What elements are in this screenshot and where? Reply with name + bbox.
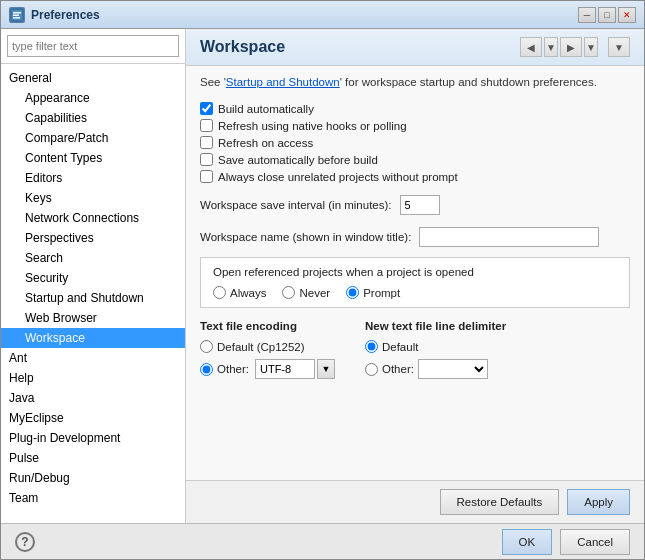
tree-item-compare-patch[interactable]: Compare/Patch — [1, 128, 185, 148]
startup-shutdown-link[interactable]: Startup and Shutdown — [226, 76, 340, 88]
tree-item-general[interactable]: General — [1, 68, 185, 88]
cancel-button[interactable]: Cancel — [560, 529, 630, 555]
checkbox-save-build: Save automatically before build — [200, 153, 630, 166]
tree-item-plugin-development[interactable]: Plug-in Development — [1, 428, 185, 448]
preferences-window: Preferences ─ □ ✕ General Appearance C — [0, 0, 645, 560]
tree-label-search: Search — [1, 249, 185, 267]
default-encoding-radio[interactable] — [200, 340, 213, 353]
prompt-option[interactable]: Prompt — [346, 286, 400, 299]
build-auto-checkbox[interactable] — [200, 102, 213, 115]
other-delimiter-option[interactable]: Other: — [365, 363, 414, 376]
save-interval-row: Workspace save interval (in minutes): — [200, 195, 630, 215]
svg-rect-3 — [13, 17, 20, 19]
tree-item-web-browser[interactable]: Web Browser — [1, 308, 185, 328]
refresh-access-label: Refresh on access — [218, 137, 313, 149]
tree-label-perspectives: Perspectives — [1, 229, 185, 247]
refresh-native-checkbox[interactable] — [200, 119, 213, 132]
tree-item-workspace[interactable]: Workspace — [1, 328, 185, 348]
line-delimiter-title: New text file line delimiter — [365, 320, 506, 332]
tree-item-appearance[interactable]: Appearance — [1, 88, 185, 108]
filter-input[interactable] — [7, 35, 179, 57]
default-encoding-option[interactable]: Default (Cp1252) — [200, 340, 335, 353]
svg-rect-1 — [13, 12, 21, 14]
tree-label-workspace: Workspace — [1, 329, 185, 347]
footer-ok-cancel: OK Cancel — [502, 529, 630, 555]
tree-area: General Appearance Capabilities Compare/… — [1, 64, 185, 523]
tree-label-ant: Ant — [1, 349, 185, 367]
encoding-dropdown-button[interactable]: ▼ — [317, 359, 335, 379]
encoding-value-input[interactable] — [255, 359, 315, 379]
window-title: Preferences — [31, 8, 578, 22]
tree-label-keys: Keys — [1, 189, 185, 207]
titlebar: Preferences ─ □ ✕ — [1, 1, 644, 29]
tree-item-pulse[interactable]: Pulse — [1, 448, 185, 468]
maximize-button[interactable]: □ — [598, 7, 616, 23]
tree-item-help[interactable]: Help — [1, 368, 185, 388]
tree-item-startup-shutdown[interactable]: Startup and Shutdown — [1, 288, 185, 308]
tree-item-java[interactable]: Java — [1, 388, 185, 408]
back-dropdown-button[interactable]: ▼ — [544, 37, 558, 57]
save-interval-input[interactable] — [400, 195, 440, 215]
default-delimiter-radio[interactable] — [365, 340, 378, 353]
bottom-buttons-row: Restore Defaults Apply — [186, 480, 644, 523]
tree-item-network-connections[interactable]: Network Connections — [1, 208, 185, 228]
ok-button[interactable]: OK — [502, 529, 553, 555]
apply-button[interactable]: Apply — [567, 489, 630, 515]
tree-label-capabilities: Capabilities — [1, 109, 185, 127]
other-delimiter-radio[interactable] — [365, 363, 378, 376]
tree-item-ant[interactable]: Ant — [1, 348, 185, 368]
prompt-radio[interactable] — [346, 286, 359, 299]
close-unrelated-checkbox[interactable] — [200, 170, 213, 183]
minimize-button[interactable]: ─ — [578, 7, 596, 23]
delimiter-select[interactable] — [418, 359, 488, 379]
tree-label-pulse: Pulse — [1, 449, 185, 467]
tree-label-plugin-development: Plug-in Development — [1, 429, 185, 447]
help-button[interactable]: ? — [15, 532, 35, 552]
titlebar-controls: ─ □ ✕ — [578, 7, 636, 23]
never-radio[interactable] — [282, 286, 295, 299]
workspace-name-input[interactable] — [419, 227, 599, 247]
tree-item-editors[interactable]: Editors — [1, 168, 185, 188]
workspace-name-label: Workspace name (shown in window title): — [200, 231, 411, 243]
always-option[interactable]: Always — [213, 286, 266, 299]
tree-item-search[interactable]: Search — [1, 248, 185, 268]
page-title: Workspace — [200, 38, 285, 56]
tree-item-content-types[interactable]: Content Types — [1, 148, 185, 168]
tree-item-run-debug[interactable]: Run/Debug — [1, 468, 185, 488]
tree-item-team[interactable]: Team — [1, 488, 185, 508]
other-delimiter-label: Other: — [382, 363, 414, 375]
right-body: See 'Startup and Shutdown' for workspace… — [186, 66, 644, 480]
tree-item-myeclipse[interactable]: MyEclipse — [1, 408, 185, 428]
tree-label-network-connections: Network Connections — [1, 209, 185, 227]
open-projects-title: Open referenced projects when a project … — [213, 266, 617, 278]
close-unrelated-label: Always close unrelated projects without … — [218, 171, 458, 183]
tree-item-capabilities[interactable]: Capabilities — [1, 108, 185, 128]
tree-item-perspectives[interactable]: Perspectives — [1, 228, 185, 248]
other-encoding-radio[interactable] — [200, 363, 213, 376]
default-delimiter-label: Default — [382, 341, 418, 353]
forward-button[interactable]: ▶ — [560, 37, 582, 57]
never-option[interactable]: Never — [282, 286, 330, 299]
save-build-checkbox[interactable] — [200, 153, 213, 166]
refresh-access-checkbox[interactable] — [200, 136, 213, 149]
tree-label-security: Security — [1, 269, 185, 287]
back-button[interactable]: ◀ — [520, 37, 542, 57]
text-encoding-col: Text file encoding Default (Cp1252) Othe… — [200, 320, 335, 379]
tree-label-run-debug: Run/Debug — [1, 469, 185, 487]
main-content: General Appearance Capabilities Compare/… — [1, 29, 644, 523]
forward-dropdown-button[interactable]: ▼ — [584, 37, 598, 57]
menu-dropdown-button[interactable]: ▼ — [608, 37, 630, 57]
close-button[interactable]: ✕ — [618, 7, 636, 23]
refresh-native-label: Refresh using native hooks or polling — [218, 120, 407, 132]
workspace-name-row: Workspace name (shown in window title): — [200, 227, 630, 247]
tree-label-appearance: Appearance — [1, 89, 185, 107]
tree-item-keys[interactable]: Keys — [1, 188, 185, 208]
always-radio[interactable] — [213, 286, 226, 299]
tree-label-general: General — [1, 69, 185, 87]
default-delimiter-option[interactable]: Default — [365, 340, 506, 353]
tree-label-java: Java — [1, 389, 185, 407]
other-encoding-option[interactable]: Other: — [200, 363, 249, 376]
restore-defaults-button[interactable]: Restore Defaults — [440, 489, 560, 515]
tree-item-security[interactable]: Security — [1, 268, 185, 288]
other-encoding-row: Other: ▼ — [200, 359, 335, 379]
